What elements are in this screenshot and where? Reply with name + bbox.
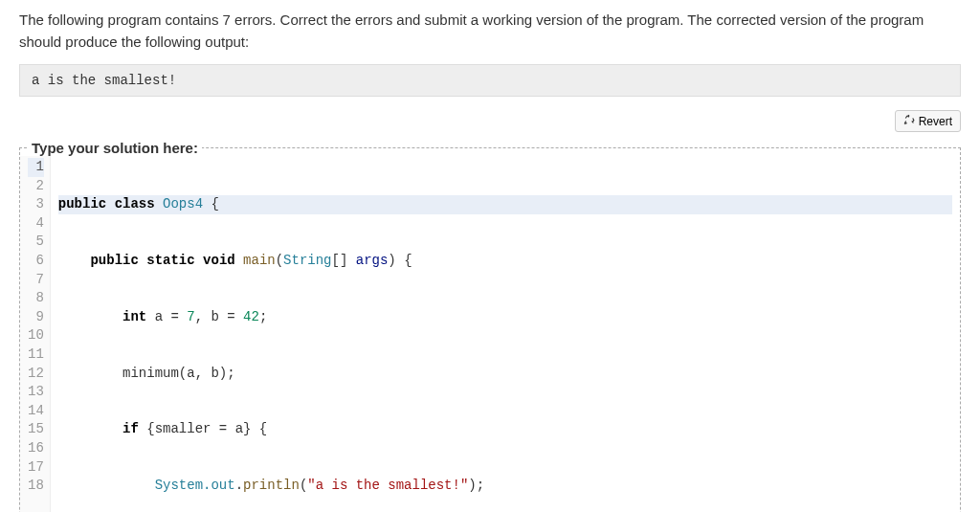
line-number: 17 bbox=[28, 458, 44, 478]
line-number: 2 bbox=[28, 177, 44, 196]
line-number: 13 bbox=[28, 383, 44, 402]
line-number: 8 bbox=[28, 289, 44, 308]
code-editor[interactable]: 123456789101112131415161718 public class… bbox=[20, 156, 960, 512]
code-editor-fieldset: Type your solution here: 123456789101112… bbox=[19, 140, 961, 512]
line-number: 6 bbox=[28, 252, 44, 271]
code-line[interactable]: System.out.println("a is the smallest!")… bbox=[58, 477, 952, 496]
problem-instructions: The following program contains 7 errors.… bbox=[19, 10, 961, 53]
recycle-icon bbox=[903, 114, 915, 128]
line-number: 7 bbox=[28, 271, 44, 290]
line-number: 9 bbox=[28, 308, 44, 327]
line-number: 18 bbox=[28, 477, 44, 496]
line-number: 3 bbox=[28, 195, 44, 214]
revert-label: Revert bbox=[919, 115, 952, 128]
editor-toolbar: Revert bbox=[19, 110, 961, 132]
line-number-gutter: 123456789101112131415161718 bbox=[20, 156, 51, 512]
editor-legend: Type your solution here: bbox=[28, 140, 202, 156]
code-line[interactable]: if {smaller = a} { bbox=[58, 420, 952, 439]
code-line[interactable]: public class Oops4 { bbox=[58, 195, 952, 214]
revert-button[interactable]: Revert bbox=[895, 110, 961, 132]
line-number: 15 bbox=[28, 420, 44, 439]
code-line[interactable]: minimum(a, b); bbox=[58, 365, 952, 384]
line-number: 10 bbox=[28, 326, 44, 345]
line-number: 4 bbox=[28, 214, 44, 234]
code-area[interactable]: public class Oops4 { public static void … bbox=[51, 156, 960, 512]
line-number: 16 bbox=[28, 439, 44, 458]
code-line[interactable]: int a = 7, b = 42; bbox=[58, 308, 952, 327]
line-number: 12 bbox=[28, 365, 44, 384]
line-number: 14 bbox=[28, 402, 44, 421]
line-number: 5 bbox=[28, 233, 44, 252]
line-number: 11 bbox=[28, 345, 44, 365]
line-number: 1 bbox=[28, 158, 44, 177]
expected-output-box: a is the smallest! bbox=[19, 64, 961, 97]
code-line[interactable]: public static void main(String[] args) { bbox=[58, 252, 952, 271]
